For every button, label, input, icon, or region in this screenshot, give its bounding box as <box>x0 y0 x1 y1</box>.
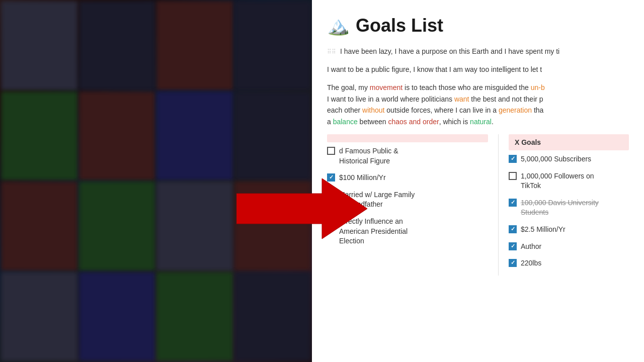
goal-220-text: 220lbs <box>521 258 629 268</box>
goal-5m-text: 5,000,000 Subscribers <box>521 154 629 164</box>
highlight-want: want <box>454 95 469 103</box>
goal-influence-text: Directly Influence anAmerican Presidenti… <box>339 217 488 246</box>
right-goals-column: X Goals 5,000,000 Subscribers 1,000,000 … <box>498 134 629 276</box>
title-icon: 🏔️ <box>327 15 350 36</box>
goal-220lbs: 220lbs <box>509 258 629 268</box>
goal-influence-election: Directly Influence anAmerican Presidenti… <box>327 217 488 246</box>
highlight-movement: movement <box>370 83 403 92</box>
blurred-left-panel <box>0 0 312 362</box>
checkbox-100m[interactable] <box>327 173 335 182</box>
highlight-generation: generation <box>499 106 532 114</box>
goal-married-family: Married w/ Large Family+ Grandfather <box>327 190 488 210</box>
goal-100-million: $100 Million/Yr <box>327 173 488 183</box>
goals-columns: d Famous Public &Historical Figure $100 … <box>327 134 629 276</box>
goal-100m-text: $100 Million/Yr <box>339 173 488 183</box>
goal-author: Author <box>509 242 629 252</box>
goal-1m-tiktok: 1,000,000 Followers onTikTok <box>509 171 629 191</box>
checkbox-famous[interactable] <box>327 147 335 155</box>
highlight-unb: un-b <box>531 83 545 92</box>
drag-handle[interactable]: ⠿⠿ <box>327 48 336 55</box>
page-title: Goals List <box>356 15 443 36</box>
highlight-chaos: chaos and order <box>388 118 439 126</box>
content-panel: 🏔️ Goals List ⠿⠿ I have been lazy, I hav… <box>312 0 644 362</box>
checkbox-author[interactable] <box>509 242 517 250</box>
checkbox-5m-subs[interactable] <box>509 155 517 163</box>
goal-married-text: Married w/ Large Family+ Grandfather <box>339 190 488 210</box>
checkbox-influence[interactable] <box>327 217 335 225</box>
goal-tiktok-text: 1,000,000 Followers onTikTok <box>521 171 629 191</box>
highlight-natural: natural <box>470 118 492 126</box>
highlight-balance: balance <box>333 118 358 126</box>
checkbox-davis[interactable] <box>509 199 517 207</box>
goal-author-text: Author <box>521 242 629 252</box>
checkbox-married[interactable] <box>327 191 335 199</box>
goal-davis-text: 100,000 Davis UniversityStudents <box>521 198 629 218</box>
right-col-header: X Goals <box>509 134 629 150</box>
para-1: I want to be a public figure, I know tha… <box>327 64 629 75</box>
checkbox-tiktok[interactable] <box>509 172 517 180</box>
goal-2m5-text: $2.5 Million/Yr <box>521 225 629 235</box>
checkbox-2m5[interactable] <box>509 225 517 233</box>
goal-davis-students: 100,000 Davis UniversityStudents <box>509 198 629 218</box>
checkbox-220[interactable] <box>509 259 517 267</box>
left-goals-column: d Famous Public &Historical Figure $100 … <box>327 134 498 276</box>
goal-famous-text: d Famous Public &Historical Figure <box>339 146 488 166</box>
goal-2m5-million: $2.5 Million/Yr <box>509 225 629 235</box>
intro-line: ⠿⠿ I have been lazy, I have a purpose on… <box>327 46 629 57</box>
goal-famous-public: d Famous Public &Historical Figure <box>327 146 488 166</box>
para-2: The goal, my movement is to teach those … <box>327 82 629 127</box>
goal-5m-subscribers: 5,000,000 Subscribers <box>509 154 629 164</box>
left-col-header <box>327 134 488 142</box>
highlight-without: without <box>362 106 384 114</box>
page-title-container: 🏔️ Goals List <box>327 15 629 36</box>
